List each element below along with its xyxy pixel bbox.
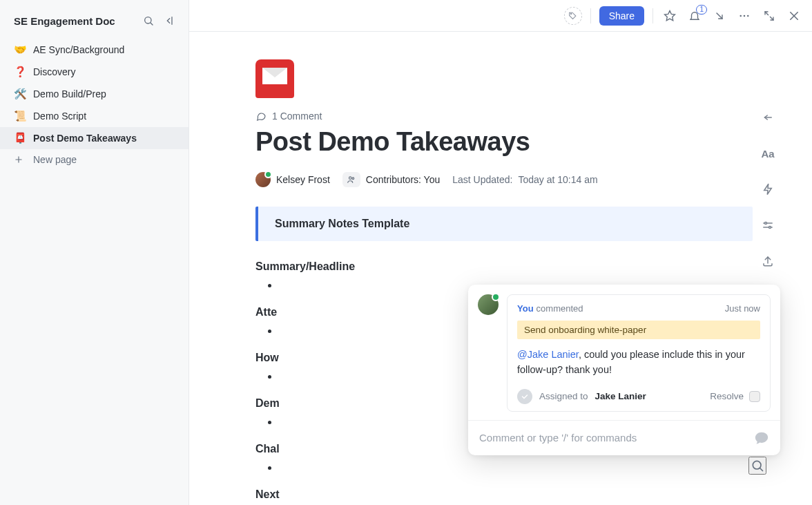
svg-point-5 — [571, 13, 572, 14]
notifications-button[interactable]: 1 — [686, 8, 703, 24]
share-button[interactable]: Share — [599, 6, 644, 26]
rail-configure-button[interactable] — [758, 216, 777, 235]
tag-icon — [568, 11, 577, 20]
user-mention[interactable]: @Jake Lanier — [517, 349, 579, 360]
download-button[interactable] — [711, 8, 728, 24]
contributors-value: You — [424, 174, 441, 185]
svg-point-15 — [349, 177, 351, 179]
svg-point-18 — [765, 222, 767, 225]
sidebar-item-label: Discovery — [33, 66, 75, 77]
contributors-chip[interactable]: Contributors: You — [342, 172, 440, 187]
assigned-check-icon — [517, 389, 532, 404]
comment-icon — [255, 111, 267, 122]
topbar-divider — [590, 8, 591, 23]
tag-button[interactable] — [564, 7, 582, 25]
author-chip[interactable]: Kelsey Frost — [255, 172, 330, 187]
svg-line-7 — [717, 13, 722, 19]
comment-footer: Assigned to Jake Lanier Resolve — [517, 386, 760, 404]
rail-typography-button[interactable]: Aa — [758, 144, 777, 163]
doc-meta: Kelsey Frost Contributors: You Last Upda… — [255, 172, 753, 187]
send-comment-button[interactable] — [754, 430, 769, 446]
comment-popover: You commented Just now Send onboarding w… — [468, 285, 780, 455]
more-button[interactable] — [736, 8, 753, 24]
comment-quoted-text: Send onboarding white-paper — [517, 321, 760, 339]
rail-outdent-button[interactable] — [758, 108, 777, 127]
scroll-icon: 📜 — [14, 110, 26, 122]
svg-line-11 — [765, 12, 768, 15]
typography-icon: Aa — [761, 148, 774, 160]
postbox-icon: 📮 — [14, 132, 26, 144]
sidebar-item-post-demo-takeaways[interactable]: 📮 Post Demo Takeaways — [0, 127, 188, 149]
assignee-name[interactable]: Jake Lanier — [595, 391, 646, 401]
svg-point-9 — [744, 15, 746, 17]
comment-body: @Jake Lanier, could you please include t… — [517, 347, 760, 378]
rail-automation-button[interactable] — [758, 180, 777, 199]
section-heading-next[interactable]: Next — [255, 488, 753, 501]
svg-point-10 — [747, 15, 749, 17]
svg-point-16 — [352, 178, 354, 180]
ellipsis-icon — [738, 10, 751, 22]
resolve-checkbox[interactable] — [749, 391, 760, 402]
sidebar-item-label: Demo Script — [33, 111, 86, 122]
last-updated-label: Last Updated: — [452, 174, 512, 185]
chat-bubble-icon — [754, 430, 769, 446]
sidebar-item-label: AE Sync/Background — [33, 44, 124, 55]
section-heading-summary[interactable]: Summary/Headline — [255, 260, 753, 273]
sidebar-item-label: Demo Build/Prep — [33, 88, 106, 99]
sliders-icon — [762, 219, 774, 231]
assigned-to-label: Assigned to — [539, 391, 588, 401]
topbar: Share 1 — [189, 0, 812, 32]
page-title[interactable]: Post Demo Takeaways — [255, 127, 753, 157]
sidebar-collapse-button[interactable] — [162, 12, 179, 29]
expand-icon — [764, 10, 775, 21]
sidebar-search-button[interactable] — [140, 12, 157, 29]
section-list[interactable] — [255, 459, 753, 476]
star-icon — [664, 10, 676, 22]
svg-point-19 — [769, 227, 771, 229]
page-search-button[interactable] — [748, 457, 766, 475]
sidebar: SE Engagement Doc 🤝 AE Sync/Background ❓… — [0, 0, 189, 505]
expand-button[interactable] — [761, 8, 777, 24]
comment-input[interactable] — [479, 432, 747, 444]
tools-icon: 🛠️ — [14, 88, 26, 100]
outdent-icon — [762, 111, 774, 124]
question-icon: ❓ — [14, 66, 26, 78]
contributors-label: Contributors: — [366, 174, 421, 185]
notification-badge: 1 — [696, 5, 707, 15]
contributors-icon — [342, 172, 360, 187]
close-icon — [788, 10, 800, 22]
list-item[interactable] — [279, 459, 753, 476]
sidebar-header: SE Engagement Doc — [0, 7, 188, 39]
svg-line-26 — [760, 468, 763, 471]
sidebar-item-discovery[interactable]: ❓ Discovery — [0, 61, 188, 83]
handshake-icon: 🤝 — [14, 44, 26, 56]
summary-template-callout[interactable]: Summary Notes Template — [255, 207, 753, 241]
close-button[interactable] — [786, 8, 802, 24]
page-emoji-postbox[interactable] — [255, 59, 294, 98]
sidebar-item-label: New page — [33, 154, 77, 165]
avatar — [478, 294, 499, 315]
comment-verb: commented — [536, 303, 583, 314]
comment-count[interactable]: 1 Comment — [255, 111, 753, 122]
sidebar-item-demo-script[interactable]: 📜 Demo Script — [0, 105, 188, 127]
search-icon — [143, 15, 154, 26]
author-name: Kelsey Frost — [276, 174, 330, 185]
comment-input-row — [468, 420, 780, 455]
comment-card: You commented Just now Send onboarding w… — [507, 294, 771, 412]
comment-author: You — [517, 303, 534, 314]
sidebar-item-demo-build[interactable]: 🛠️ Demo Build/Prep — [0, 83, 188, 105]
topbar-divider — [652, 8, 653, 23]
comment-time: Just now — [725, 303, 760, 314]
resolve-label: Resolve — [710, 391, 744, 401]
comment-header: You commented Just now — [517, 303, 760, 314]
sidebar-new-page[interactable]: New page — [0, 149, 188, 170]
collapse-icon — [165, 15, 176, 26]
upload-icon — [762, 255, 774, 267]
download-icon — [714, 10, 725, 21]
sidebar-item-ae-sync[interactable]: 🤝 AE Sync/Background — [0, 39, 188, 61]
sidebar-item-label: Post Demo Takeaways — [33, 133, 137, 144]
rail-export-button[interactable] — [758, 251, 777, 271]
favorite-button[interactable] — [661, 8, 678, 24]
last-updated-value: Today at 10:14 am — [518, 174, 597, 185]
last-updated-chip: Last Updated: Today at 10:14 am — [452, 174, 597, 185]
